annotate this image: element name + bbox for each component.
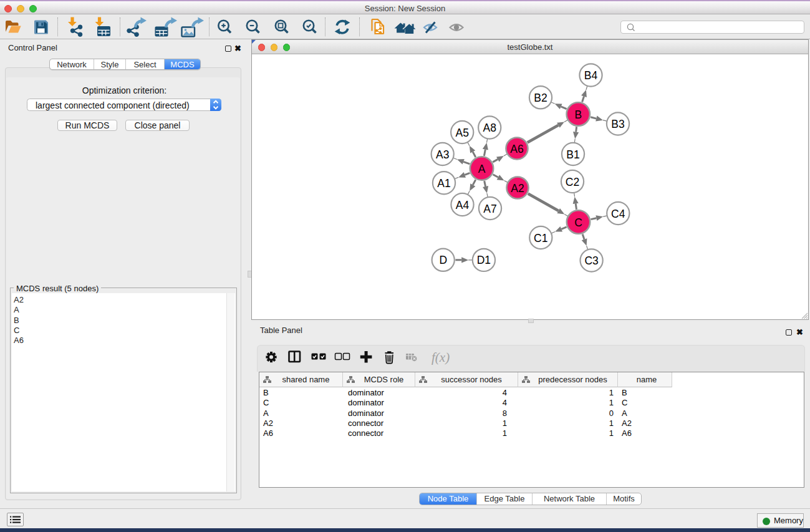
svg-text:A2: A2 — [511, 182, 524, 195]
svg-text:D: D — [439, 254, 447, 266]
svg-text:C3: C3 — [584, 254, 598, 267]
svg-text:A8: A8 — [483, 122, 496, 134]
svg-text:D1: D1 — [477, 254, 491, 266]
svg-text:B: B — [574, 109, 582, 121]
svg-text:C2: C2 — [566, 176, 579, 188]
svg-text:A6: A6 — [510, 143, 523, 155]
svg-text:A3: A3 — [436, 148, 449, 161]
svg-text:A7: A7 — [483, 203, 496, 215]
svg-text:B1: B1 — [566, 148, 579, 161]
svg-text:B4: B4 — [584, 69, 598, 82]
svg-text:f(x): f(x) — [432, 350, 450, 365]
svg-text:B3: B3 — [611, 118, 624, 130]
svg-text:A4: A4 — [456, 199, 470, 211]
svg-text:C1: C1 — [534, 232, 547, 244]
svg-text:B2: B2 — [534, 92, 547, 104]
svg-text:C: C — [574, 216, 582, 229]
svg-text:A: A — [478, 163, 486, 175]
svg-text:A1: A1 — [437, 177, 450, 190]
svg-text:C4: C4 — [611, 208, 625, 220]
svg-text:A5: A5 — [455, 127, 468, 139]
